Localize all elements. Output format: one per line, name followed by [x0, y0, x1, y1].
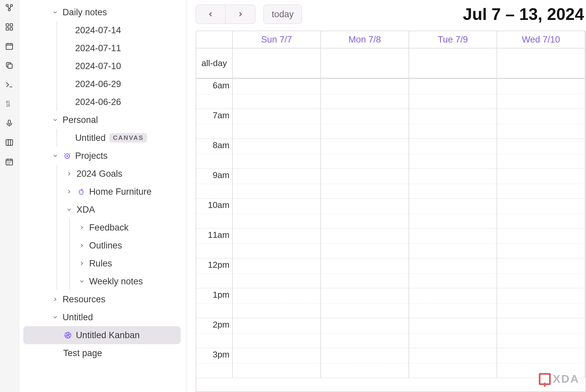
- copy-icon[interactable]: [4, 60, 14, 70]
- mic-icon[interactable]: [4, 118, 14, 128]
- svg-rect-11: [8, 120, 11, 124]
- calendar-day-headers: Sun 7/7 Mon 7/8 Tue 7/9 Wed 7/10: [196, 31, 585, 48]
- svg-rect-12: [6, 140, 13, 145]
- calendar-title: Jul 7 – 13, 2024: [463, 5, 586, 24]
- day-header[interactable]: Mon 7/8: [321, 31, 409, 48]
- folder-xda[interactable]: XDA: [57, 201, 181, 219]
- chevron-down-icon: [51, 313, 59, 321]
- xda-watermark: XDA: [539, 372, 579, 385]
- svg-rect-6: [10, 28, 13, 30]
- day-header[interactable]: Sun 7/7: [233, 31, 321, 48]
- canvas-badge: CANVAS: [109, 133, 147, 143]
- allday-label: all-day: [196, 49, 233, 78]
- allday-row: all-day: [196, 48, 585, 79]
- time-label: 3pm: [196, 348, 232, 378]
- svg-rect-7: [6, 44, 13, 49]
- chevron-down-icon: [51, 8, 59, 16]
- folder-projects[interactable]: Projects: [23, 147, 181, 165]
- note-item[interactable]: 2024-06-26: [57, 93, 181, 111]
- allday-cell[interactable]: [233, 49, 321, 78]
- grid-icon[interactable]: [4, 22, 14, 32]
- note-test-page[interactable]: Test page: [23, 344, 181, 362]
- chevron-down-icon: [51, 116, 59, 124]
- chevron-right-icon: [65, 188, 73, 196]
- svg-point-2: [8, 9, 11, 11]
- chevron-right-icon: [78, 224, 86, 232]
- chevron-right-icon: [78, 259, 86, 267]
- icon-rail: 0110: [0, 0, 19, 392]
- svg-rect-5: [6, 28, 9, 30]
- svg-rect-4: [10, 24, 13, 26]
- calendar-grid: Sun 7/7 Mon 7/8 Tue 7/9 Wed 7/10 all-day…: [196, 31, 586, 392]
- note-untitled-kanban[interactable]: Untitled Kanban: [23, 326, 181, 344]
- board-icon[interactable]: [4, 138, 14, 147]
- folder-personal[interactable]: Personal: [23, 111, 181, 129]
- terminal-icon[interactable]: [4, 80, 14, 90]
- today-button[interactable]: today: [263, 5, 302, 24]
- time-label: 1pm: [196, 288, 232, 318]
- svg-text:10: 10: [6, 104, 10, 107]
- folder-daily-notes[interactable]: Daily notes: [23, 3, 181, 21]
- folder-untitled[interactable]: Untitled: [23, 308, 181, 326]
- folder-feedback[interactable]: Feedback: [70, 219, 181, 237]
- folder-weekly-notes[interactable]: Weekly notes: [70, 272, 181, 290]
- chevron-right-icon: [65, 170, 73, 178]
- note-item[interactable]: 2024-06-29: [57, 75, 181, 93]
- folder-rules[interactable]: Rules: [70, 254, 181, 272]
- folder-home-furniture[interactable]: Home Furniture: [57, 183, 181, 201]
- note-item[interactable]: 2024-07-10: [57, 57, 181, 75]
- time-label: 2pm: [196, 318, 232, 348]
- chevron-right-icon: [78, 242, 86, 249]
- xda-logo-icon: [539, 373, 551, 385]
- aperture-icon: [63, 331, 73, 340]
- time-label: 9am: [196, 169, 232, 199]
- nav-button-group: [196, 5, 255, 24]
- time-label: 8am: [196, 139, 232, 169]
- time-label: 7am: [196, 109, 232, 139]
- note-item[interactable]: 2024-07-11: [57, 39, 181, 57]
- calendar-header: today Jul 7 – 13, 2024: [196, 5, 586, 24]
- folder-2024-goals[interactable]: 2024 Goals: [57, 165, 181, 183]
- apple-icon: [76, 187, 86, 196]
- folder-label: Daily notes: [63, 7, 107, 18]
- allday-cell[interactable]: [497, 49, 585, 78]
- calendar-view: today Jul 7 – 13, 2024 Sun 7/7 Mon 7/8 T…: [187, 0, 586, 392]
- graph-icon[interactable]: [4, 3, 14, 13]
- time-label: 11am: [196, 229, 232, 258]
- time-label: 6am: [196, 79, 232, 109]
- next-button[interactable]: [225, 5, 255, 24]
- folder-outlines[interactable]: Outlines: [70, 237, 181, 254]
- binary-icon[interactable]: 0110: [4, 99, 14, 109]
- svg-rect-8: [8, 64, 12, 68]
- day-header[interactable]: Wed 7/10: [497, 31, 585, 48]
- time-labels: 6am 7am 8am 9am 10am 11am 12pm 1pm 2pm 3…: [196, 79, 233, 378]
- allday-cell[interactable]: [321, 49, 409, 78]
- note-item[interactable]: 2024-07-14: [57, 21, 181, 39]
- chevron-right-icon: [51, 295, 59, 303]
- alarm-plus-icon: [63, 151, 72, 160]
- calendar-icon[interactable]: [4, 41, 14, 51]
- prev-button[interactable]: [196, 5, 225, 24]
- file-tree: Daily notes 2024-07-14 2024-07-11 2024-0…: [19, 0, 187, 392]
- note-untitled-canvas[interactable]: Untitled CANVAS: [57, 129, 181, 147]
- chevron-down-icon: [78, 277, 86, 285]
- time-label: 12pm: [196, 258, 232, 288]
- svg-rect-3: [6, 24, 9, 26]
- folder-resources[interactable]: Resources: [23, 290, 181, 308]
- allday-cell[interactable]: [409, 49, 497, 78]
- calendar-alt-icon[interactable]: [4, 157, 14, 167]
- chevron-down-icon: [65, 206, 73, 214]
- day-header[interactable]: Tue 7/9: [409, 31, 497, 48]
- time-label: 10am: [196, 199, 232, 229]
- chevron-down-icon: [51, 152, 59, 160]
